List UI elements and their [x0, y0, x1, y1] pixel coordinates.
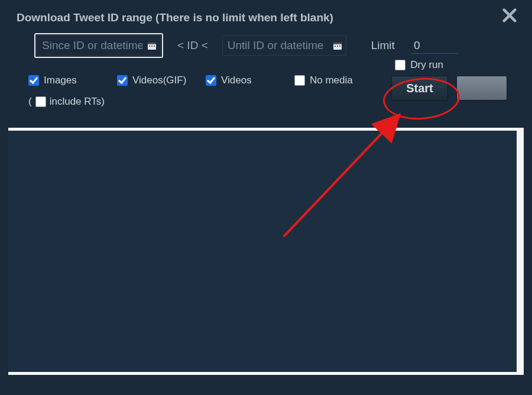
dry-run-checkbox[interactable] — [395, 60, 406, 70]
images-label: Images — [44, 75, 77, 86]
output-panel — [8, 128, 524, 375]
no-media-checkbox-item[interactable]: No media — [294, 75, 383, 86]
title-row: Download Tweet ID range (There is no lim… — [11, 5, 521, 27]
svg-rect-6 — [154, 46, 155, 47]
images-checkbox[interactable] — [28, 75, 39, 86]
since-id-input[interactable] — [37, 35, 161, 56]
svg-rect-3 — [148, 43, 156, 44]
no-media-label: No media — [310, 75, 353, 86]
right-controls: Dry run Start — [391, 59, 507, 101]
include-rts-prefix: ( — [28, 96, 32, 108]
dialog-title: Download Tweet ID range (There is no lim… — [11, 8, 333, 24]
svg-rect-11 — [339, 46, 340, 47]
media-check-group: Images Videos(GIF) Videos No media ( inc… — [28, 75, 395, 108]
dry-run-checkbox-item[interactable]: Dry run — [395, 59, 443, 71]
start-button-label: Start — [406, 82, 433, 95]
download-dialog: Download Tweet ID range (There is no lim… — [0, 0, 532, 395]
include-rts-checkbox[interactable] — [35, 96, 46, 107]
videos-checkbox[interactable] — [206, 75, 216, 86]
options-row: Images Videos(GIF) Videos No media ( inc… — [11, 75, 521, 108]
images-checkbox-item[interactable]: Images — [28, 75, 117, 86]
close-icon[interactable] — [501, 5, 521, 27]
svg-rect-8 — [333, 43, 342, 44]
range-separator: < ID < — [174, 39, 212, 52]
limit-label: Limit — [371, 39, 395, 52]
since-calendar-icon[interactable] — [147, 40, 157, 51]
videos-gif-checkbox[interactable] — [117, 75, 128, 86]
until-id-input[interactable] — [222, 35, 346, 56]
start-button[interactable]: Start — [391, 76, 448, 101]
svg-rect-9 — [335, 46, 336, 47]
videos-gif-checkbox-item[interactable]: Videos(GIF) — [117, 75, 206, 86]
svg-rect-4 — [149, 46, 150, 47]
videos-label: Videos — [221, 75, 252, 86]
svg-rect-5 — [151, 46, 153, 47]
secondary-button[interactable] — [456, 76, 507, 101]
since-field-wrap — [34, 33, 163, 58]
until-calendar-icon[interactable] — [332, 40, 343, 51]
include-rts-label: include RTs) — [50, 96, 105, 108]
svg-rect-10 — [337, 46, 338, 47]
videos-gif-label: Videos(GIF) — [132, 75, 186, 86]
include-rts-row: ( include RTs) — [28, 96, 395, 108]
until-field-wrap — [222, 35, 346, 56]
limit-input[interactable] — [411, 37, 459, 54]
videos-checkbox-item[interactable]: Videos — [206, 75, 294, 86]
no-media-checkbox[interactable] — [294, 75, 305, 86]
button-row: Start — [391, 76, 507, 101]
dry-run-label: Dry run — [410, 59, 443, 71]
range-row: < ID < Limit — [11, 33, 521, 58]
